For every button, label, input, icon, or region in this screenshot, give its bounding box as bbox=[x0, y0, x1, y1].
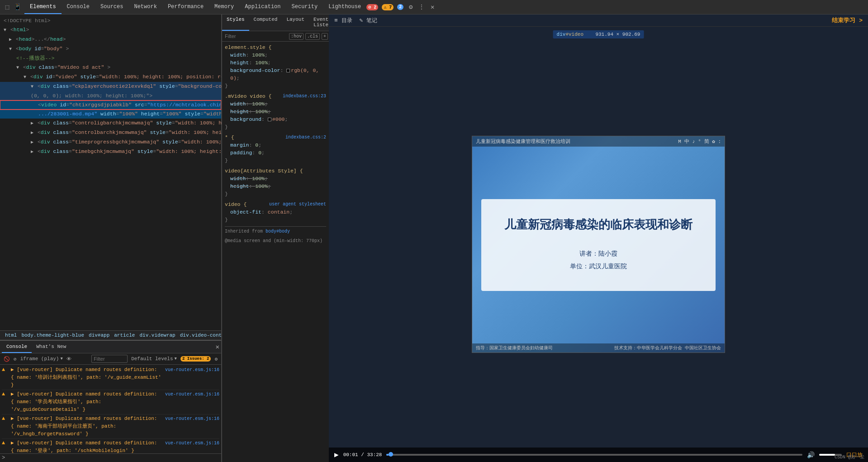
console-source-link[interactable]: vue-router.esm.js:16 bbox=[165, 439, 219, 447]
tab-elements[interactable]: Elements bbox=[24, 0, 62, 14]
mobile-icon[interactable]: 📱 bbox=[14, 4, 21, 11]
expand-icon[interactable]: ▼ bbox=[24, 75, 26, 80]
expand-icon[interactable]: ▶ bbox=[31, 149, 33, 154]
console-tabs: Console What's New ✕ bbox=[0, 341, 221, 353]
video-training-title: 儿童新冠病毒感染健康管理和医疗救治培训 bbox=[476, 138, 570, 145]
notes-icon[interactable]: ✎ 笔记 bbox=[360, 17, 378, 24]
inherited-source-link[interactable]: body#body bbox=[266, 229, 290, 234]
console-filter-input[interactable] bbox=[91, 355, 128, 363]
style-line: width: 100%; bbox=[225, 175, 326, 182]
breadcrumb-html[interactable]: html bbox=[4, 332, 18, 338]
progress-bar[interactable] bbox=[386, 454, 802, 456]
styles-filter-input[interactable] bbox=[225, 33, 287, 39]
html-ckplayer2[interactable]: (0, 0, 0); width: 100%; height: 100%;"> bbox=[0, 91, 221, 100]
video-controls-icons[interactable]: M 中 ♪ ° 简 ✿ : bbox=[678, 138, 721, 145]
tab-application[interactable]: Application bbox=[239, 0, 286, 14]
tab-sources[interactable]: Sources bbox=[95, 0, 128, 14]
html-timebg[interactable]: ▶ <div class="timebgchkjmcmwmajq" style=… bbox=[0, 147, 221, 157]
iframe-context-selector[interactable]: iframe (play) ▼ bbox=[20, 356, 63, 362]
menu-icon[interactable]: ≡ 目录 bbox=[334, 17, 352, 24]
style-line: padding: 0; bbox=[225, 149, 326, 157]
styles-content[interactable]: element.style { width: 100%; height: 100… bbox=[222, 42, 329, 462]
eye-icon[interactable]: 👁 bbox=[66, 356, 71, 362]
more-icon[interactable]: ⋮ bbox=[418, 4, 425, 11]
expand-icon[interactable]: ▼ bbox=[9, 47, 12, 52]
expand-icon[interactable]: ▶ bbox=[31, 121, 33, 126]
breadcrumb-article[interactable]: article bbox=[113, 332, 136, 338]
style-line: width: 100%; bbox=[225, 51, 326, 59]
html-root[interactable]: ▼ <html> bbox=[0, 25, 221, 35]
warn-icon: ▲ bbox=[2, 439, 8, 447]
breadcrumb-body[interactable]: body.theme-light-blue bbox=[20, 332, 85, 338]
log-level-selector[interactable]: Default levels ▼ bbox=[131, 356, 177, 362]
cls-button[interactable]: .cls bbox=[305, 33, 320, 40]
issues-badge[interactable]: 2 Issues: 2 bbox=[180, 356, 211, 362]
console-toolbar: 🚫 ⊘ iframe (play) ▼ 👁 Default levels ▼ 2… bbox=[0, 353, 221, 365]
expand-icon[interactable]: ▶ bbox=[31, 140, 33, 145]
csdn-footer: CSDN @浴一尘 bbox=[835, 454, 864, 460]
html-head[interactable]: ▶ <head>...</head> bbox=[0, 35, 221, 44]
console-prompt: > bbox=[2, 455, 5, 461]
style-rule-ua: video { user agent stylesheet object-fit… bbox=[225, 200, 326, 224]
console-source-link[interactable]: vue-router.esm.js:16 bbox=[165, 415, 219, 423]
console-source-link[interactable]: vue-router.esm.js:16 bbox=[165, 366, 219, 374]
play-button[interactable]: ▶ bbox=[334, 450, 339, 459]
console-settings-icon[interactable]: ⚙ bbox=[214, 356, 218, 362]
expand-icon[interactable]: ▶ bbox=[9, 37, 12, 42]
console-tab-whats-new[interactable]: What's New bbox=[32, 341, 71, 353]
style-line: height: 100%; bbox=[225, 108, 326, 115]
style-line: object-fit: contain; bbox=[225, 208, 326, 216]
settings-icon[interactable]: ⚙ bbox=[407, 4, 414, 11]
html-timeprogress[interactable]: ▶ <div class="timeprogressbgchkjmcmwmajq… bbox=[0, 138, 221, 147]
console-input[interactable] bbox=[8, 455, 219, 461]
html-body[interactable]: ▼ <body id="body" > bbox=[0, 44, 221, 54]
styles-tab[interactable]: Styles bbox=[222, 14, 249, 31]
html-controlbar[interactable]: ▶ <div class="controlbarchkjmcmwmajq" st… bbox=[0, 128, 221, 138]
breadcrumb-app[interactable]: div#app bbox=[87, 332, 111, 338]
console-message: ▶ [vue-router] Duplicate named routes de… bbox=[11, 415, 162, 438]
computed-tab[interactable]: Computed bbox=[249, 14, 282, 31]
html-ckplayer[interactable]: ▼ <div class="ckplayerchueotie2lexvkdql"… bbox=[0, 82, 221, 91]
cta-button[interactable]: 结束学习 > bbox=[832, 16, 863, 24]
html-comment[interactable]: <!--播放器--> bbox=[0, 54, 221, 63]
tab-performance[interactable]: Performance bbox=[162, 0, 209, 14]
style-line: height: 100%; bbox=[225, 59, 326, 67]
console-tab-console[interactable]: Console bbox=[2, 341, 32, 353]
console-source-link[interactable]: vue-router.esm.js:16 bbox=[165, 391, 219, 398]
tab-right-controls: ⊘ 2 ⚠ 7 2 ⚙ ⋮ ✕ bbox=[366, 4, 436, 11]
tab-console[interactable]: Console bbox=[62, 0, 95, 14]
console-close-button[interactable]: ✕ bbox=[216, 343, 219, 351]
html-video-element[interactable]: <video id="chtixrggsdjpiabklb" src="http… bbox=[0, 100, 221, 110]
console-filter-toggle[interactable]: ⊘ bbox=[14, 356, 17, 362]
inspect-icon[interactable]: ⬚ bbox=[4, 4, 11, 11]
breadcrumb: html body.theme-light-blue div#app artic… bbox=[0, 330, 221, 340]
expand-icon[interactable]: ▼ bbox=[4, 28, 6, 33]
expand-icon[interactable]: ▼ bbox=[16, 65, 19, 70]
right-nav-icons: ≡ 目录 ✎ 笔记 bbox=[334, 17, 377, 24]
volume-icon[interactable]: 🔊 bbox=[807, 451, 815, 459]
html-controligbar[interactable]: ▶ <div class="controligbarchkjmcmwmajq" … bbox=[0, 119, 221, 128]
tab-memory[interactable]: Memory bbox=[209, 0, 239, 14]
clear-console-button[interactable]: 🚫 bbox=[4, 356, 10, 362]
hov-button[interactable]: :hov bbox=[289, 33, 304, 40]
style-source[interactable]: indexbase.css:23 bbox=[283, 92, 326, 100]
tab-lighthouse[interactable]: Lighthouse bbox=[323, 0, 366, 14]
breadcrumb-video-container[interactable]: div.video-container.cb bbox=[179, 332, 221, 338]
tab-security[interactable]: Security bbox=[286, 0, 323, 14]
video-title: 儿童新冠病毒感染的临床表现和诊断 bbox=[495, 217, 702, 233]
html-doctype[interactable]: <!DOCTYPE html> bbox=[0, 16, 221, 25]
expand-icon[interactable]: ▼ bbox=[31, 84, 33, 89]
html-video-element2[interactable]: .../283001-mod.mp4" width="100%" height=… bbox=[0, 110, 221, 119]
expand-icon[interactable]: ▶ bbox=[31, 130, 33, 135]
elements-content[interactable]: <!DOCTYPE html> ▼ <html> ▶ <head>...</he… bbox=[0, 14, 221, 330]
tab-network[interactable]: Network bbox=[128, 0, 162, 14]
close-icon[interactable]: ✕ bbox=[429, 4, 436, 11]
breadcrumb-videwrap[interactable]: div.videwrap bbox=[138, 332, 176, 338]
html-mvideo[interactable]: ▼ <div class="mVideo sd act" > bbox=[0, 63, 221, 72]
console-content[interactable]: ▲ ▶ [vue-router] Duplicate named routes … bbox=[0, 365, 221, 453]
console-message: ▶ [vue-router] Duplicate named routes de… bbox=[11, 391, 162, 414]
html-div-video[interactable]: ▼ <div id="video" style="width: 100%; he… bbox=[0, 72, 221, 82]
style-source[interactable]: indexbase.css:2 bbox=[285, 133, 326, 141]
add-style-button[interactable]: + bbox=[322, 33, 328, 40]
layout-tab[interactable]: Layout bbox=[282, 14, 309, 31]
